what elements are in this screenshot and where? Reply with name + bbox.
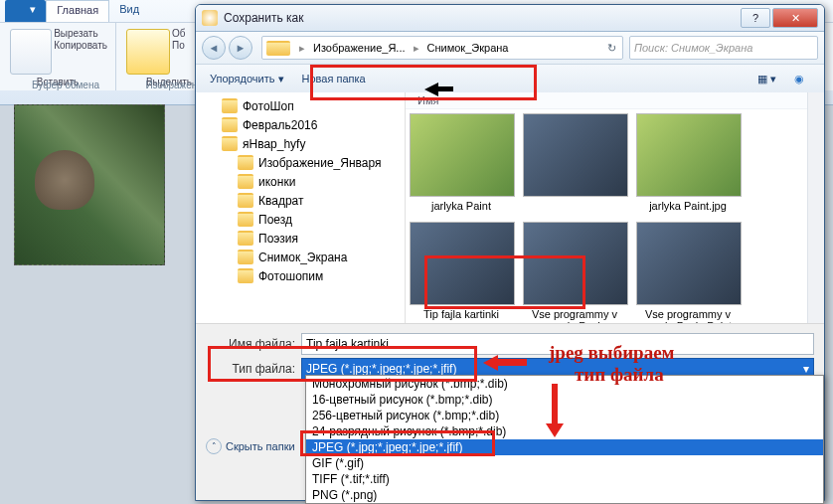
tree-item-label: Изображение_Января — [258, 156, 382, 170]
file-thumb[interactable] — [523, 113, 626, 212]
dialog-title: Сохранить как — [224, 11, 303, 25]
help-button[interactable]: ? — [741, 8, 770, 28]
nav-forward-button[interactable]: ► — [229, 36, 252, 60]
tree-item[interactable]: Поезд — [196, 210, 405, 229]
folder-icon — [222, 117, 238, 132]
thumbnail-image — [523, 222, 628, 305]
resize-item[interactable]: По — [172, 40, 186, 51]
organize-button[interactable]: Упорядочить ▾ — [204, 70, 290, 88]
dialog-titlebar[interactable]: Сохранить как ? ✕ — [196, 5, 824, 32]
group-clipboard-label: Буфер обмена — [8, 80, 123, 90]
folder-icon — [238, 155, 253, 170]
copy-item[interactable]: Копировать — [54, 40, 107, 51]
folder-icon — [238, 268, 253, 283]
folder-icon — [238, 212, 253, 227]
tree-item[interactable]: Квадрат — [196, 191, 405, 210]
tree-item[interactable]: Снимок_Экрана — [196, 248, 405, 266]
tree-item-label: иконки — [258, 175, 295, 189]
cut-item[interactable]: Вырезать — [54, 28, 107, 39]
folder-icon — [238, 193, 253, 208]
filetype-option[interactable]: TIFF (*.tif;*.tiff) — [306, 471, 823, 487]
file-thumb[interactable]: jarlyka Paint.jpg — [636, 113, 740, 212]
file-thumb[interactable]: Tip fajla kartinki — [410, 222, 513, 332]
tree-item-label: Февраль2016 — [243, 118, 317, 132]
file-thumb[interactable]: Vse programmy v menju Pusk — [523, 222, 626, 332]
breadcrumb-seg-1[interactable]: Изображение_Я... — [309, 42, 410, 54]
filetype-option[interactable]: PNG (*.png) — [306, 487, 823, 503]
new-folder-button[interactable]: Новая папка — [296, 70, 372, 87]
search-input[interactable]: Поиск: Снимок_Экрана — [629, 36, 818, 60]
folder-icon — [266, 41, 290, 56]
tree-item[interactable]: яНвар_hyfy — [196, 134, 405, 153]
thumbnail-label: Tip fajla kartinki — [410, 308, 513, 320]
filetype-option[interactable]: 16-цветный рисунок (*.bmp;*.dib) — [306, 392, 823, 408]
tree-item-label: Поэзия — [258, 232, 298, 246]
tree-item[interactable]: Изображение_Января — [196, 153, 405, 172]
chevron-up-icon: ˄ — [206, 438, 222, 454]
help-toolbar-button[interactable]: ◉ — [788, 70, 810, 88]
nav-back-button[interactable]: ◄ — [202, 36, 226, 60]
filename-label: Имя файла: — [206, 337, 301, 351]
folder-icon — [222, 98, 238, 113]
thumbnail-image — [410, 222, 515, 305]
tree-item-label: Снимок_Экрана — [258, 251, 347, 264]
thumbnail-label: jarlyka Paint.jpg — [636, 200, 740, 212]
annotation-text-1: jpeg выбираем — [549, 343, 675, 363]
filetype-option[interactable]: GIF (*.gif) — [306, 455, 823, 471]
tab-view[interactable]: Вид — [109, 0, 149, 22]
select-button[interactable] — [126, 29, 170, 75]
folder-icon — [222, 136, 238, 151]
file-thumb[interactable]: jarlyka Paint — [410, 113, 513, 212]
filetype-option[interactable]: JPEG (*.jpg;*.jpeg;*.jpe;*.jfif) — [306, 439, 823, 455]
hide-folders-toggle[interactable]: ˄ Скрыть папки — [206, 438, 295, 454]
thumbnail-label: jarlyka Paint — [410, 200, 513, 212]
folder-icon — [238, 250, 253, 264]
close-button[interactable]: ✕ — [772, 8, 818, 28]
filetype-dropdown[interactable]: Монохромный рисунок (*.bmp;*.dib)16-цвет… — [305, 375, 824, 504]
thumbnail-image — [410, 113, 515, 197]
canvas-preview-image[interactable] — [14, 104, 165, 265]
thumbnail-image — [636, 222, 742, 305]
crop-item[interactable]: Об — [172, 28, 186, 39]
folder-icon — [238, 231, 253, 246]
breadcrumb-seg-2[interactable]: Снимок_Экрана — [423, 42, 513, 54]
tree-item-label: Фотошопим — [258, 269, 323, 283]
folder-icon — [238, 174, 253, 189]
tree-item-label: Квадрат — [258, 194, 304, 208]
dialog-icon — [202, 10, 218, 26]
refresh-icon[interactable]: ↻ — [601, 42, 622, 55]
filetype-option[interactable]: Монохромный рисунок (*.bmp;*.dib) — [306, 376, 823, 392]
tree-item[interactable]: Фотошопим — [196, 266, 405, 285]
thumbnail-image — [523, 113, 628, 197]
tab-file[interactable]: ▾ — [5, 0, 46, 22]
tree-item[interactable]: Февраль2016 — [196, 115, 405, 134]
view-options-button[interactable]: ▦ ▾ — [751, 70, 782, 88]
tab-home[interactable]: Главная — [46, 0, 109, 22]
tree-item[interactable]: иконки — [196, 172, 405, 191]
annotation-text-2: тип файла — [575, 365, 664, 385]
filetype-label: Тип файла: — [206, 362, 301, 376]
paste-button[interactable] — [10, 29, 52, 75]
breadcrumb[interactable]: ▸ Изображение_Я... ▸ Снимок_Экрана ↻ — [261, 36, 623, 60]
tree-item[interactable]: Поэзия — [196, 229, 405, 248]
thumbnail-image — [636, 113, 742, 197]
filetype-option[interactable]: 256-цветный рисунок (*.bmp;*.dib) — [306, 408, 823, 423]
tree-item-label: ФотоШоп — [243, 99, 294, 113]
tree-item[interactable]: ФотоШоп — [196, 96, 405, 115]
file-thumb[interactable]: Vse programmy v menju Pusk_Paint — [636, 222, 740, 332]
tree-item-label: Поезд — [258, 213, 292, 227]
filetype-option[interactable]: 24-разрядный рисунок (*.bmp;*.dib) — [306, 423, 823, 439]
tree-item-label: яНвар_hyfy — [243, 137, 305, 151]
